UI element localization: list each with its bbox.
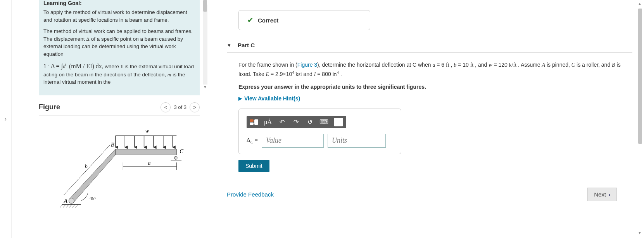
t-pin: is pinned, [545, 62, 571, 68]
mu-angstrom-icon: μÅ [264, 119, 272, 126]
diagram-label-w: w [145, 128, 149, 134]
sep1: , [449, 62, 454, 68]
diagram-label-a: a [148, 160, 150, 166]
scroll-up-icon: ▲ [638, 2, 642, 6]
keyboard-button[interactable]: ⌨ [319, 118, 328, 126]
diagram-label-angle: 45° [90, 195, 97, 201]
scroll-down-icon: ▼ [203, 85, 207, 89]
left-scrollbar[interactable]: ▲ ▼ [203, 0, 207, 89]
next-button[interactable]: Next › [587, 188, 617, 201]
svg-line-19 [69, 204, 72, 207]
pB: B [612, 62, 615, 68]
pA: A [542, 62, 546, 68]
chevron-right-icon: › [608, 191, 610, 198]
learning-goal-eq: 1 · Δ = ∫₀ᴸ (mM / EI) dx, where 1 is the… [43, 62, 195, 86]
t3a: . Assume [516, 62, 542, 68]
diagram-label-b: b [85, 164, 88, 169]
figure-page-indicator: 3 of 3 [174, 104, 186, 110]
prompt-t1: For the frame shown in ( [238, 62, 297, 68]
figure-heading: Figure [39, 103, 60, 111]
figure-next-button[interactable]: > [190, 102, 200, 112]
svg-point-22 [174, 156, 177, 159]
unit-ft-2: ft [470, 62, 474, 68]
reset-button[interactable]: ↺ [306, 118, 314, 126]
frame-diagram: w B C a b A 45° [54, 124, 184, 213]
period: . [339, 71, 342, 77]
next-label: Next [594, 191, 606, 198]
learning-goal-box: Learning Goal: To apply the method of vi… [39, 0, 200, 95]
problem-prompt: For the frame shown in (Figure 3), deter… [238, 60, 628, 79]
val-a: = 6 [435, 62, 446, 68]
correct-feedback-box: ✔ Correct [238, 10, 370, 30]
unit-I: in [333, 71, 337, 77]
figure-prev-button[interactable]: < [161, 102, 171, 112]
chevron-right-icon: > [193, 104, 196, 110]
triangle-right-icon: ▶ [238, 96, 242, 101]
check-icon: ✔ [247, 16, 253, 24]
equation-text: 1 · Δ = ∫₀ᴸ (mM / EI) dx [43, 63, 102, 69]
delta-sub: C [250, 140, 253, 144]
collapse-sidebar-button[interactable]: › [0, 0, 12, 238]
delta-symbol: Δ [247, 137, 250, 143]
part-c-header[interactable]: ▼ Part C [227, 42, 632, 53]
figure-section: Figure < 3 of 3 > [39, 102, 200, 221]
val-b: = 10 [456, 62, 470, 68]
help-icon: ? [337, 119, 340, 126]
provide-feedback-link[interactable]: Provide Feedback [227, 191, 274, 198]
template-tool-button[interactable] [250, 118, 258, 126]
chevron-left-icon: < [164, 104, 167, 110]
value-input[interactable] [262, 134, 324, 148]
scroll-thumb[interactable] [203, 0, 207, 12]
figure-canvas: w B C a b A 45° [39, 116, 200, 221]
goal-delta: Δ [86, 36, 90, 42]
learning-goal-p1: To apply the method of virtual work to d… [43, 9, 195, 24]
figure-3-link[interactable]: Figure 3 [297, 62, 317, 68]
submit-button[interactable]: Submit [238, 160, 269, 172]
footer-row: Provide Feedback Next › [227, 188, 632, 201]
diagram-label-C: C [180, 148, 183, 154]
answer-variable-label: ΔC = [247, 137, 258, 144]
chevron-right-icon: › [5, 116, 7, 122]
svg-line-21 [75, 204, 78, 207]
undo-icon: ↶ [280, 118, 285, 126]
val-w: = 120 [492, 62, 509, 68]
svg-marker-0 [116, 149, 177, 155]
sep2: , and [473, 62, 489, 68]
svg-line-16 [60, 204, 63, 207]
unit-w: k/ft [509, 62, 516, 68]
scroll-down-icon: ▼ [638, 231, 642, 235]
svg-line-18 [66, 204, 69, 207]
svg-marker-1 [69, 149, 115, 202]
right-scrollbar[interactable]: ▲ ▼ [638, 9, 642, 234]
keyboard-icon: ⌨ [319, 118, 328, 126]
right-panel: ✔ Correct ▼ Part C For the frame shown i… [207, 0, 644, 238]
pC: C [571, 62, 575, 68]
undo-button[interactable]: ↶ [278, 118, 286, 126]
units-input[interactable] [328, 134, 386, 148]
unit-ft-1: ft [446, 62, 449, 68]
scroll-thumb[interactable] [638, 9, 642, 144]
help-button[interactable]: ? [334, 118, 343, 126]
t-and: and [302, 71, 314, 77]
answer-box: μÅ ↶ ↷ ↺ ⌨ ? ΔC = [238, 109, 401, 154]
redo-button[interactable]: ↷ [292, 118, 300, 126]
correct-label: Correct [258, 17, 278, 24]
eq-after-1: , where [102, 64, 121, 69]
var-w: w [489, 62, 492, 68]
units-tool-button[interactable]: μÅ [264, 118, 272, 126]
prompt-t2: ), determine the horizontal deflection a… [317, 62, 432, 68]
val-E: = 2.9×10 [269, 71, 292, 77]
unit-E: ksi [294, 71, 302, 77]
redo-icon: ↷ [294, 118, 299, 126]
scroll-track [203, 5, 207, 85]
view-hints-toggle[interactable]: ▶ View Available Hint(s) [238, 95, 628, 102]
diagram-label-B: B [111, 141, 114, 148]
diagram-label-A: A [64, 197, 68, 204]
t-roll: is a roller, and [575, 62, 612, 68]
triangle-down-icon: ▼ [227, 43, 231, 48]
answer-toolbar: μÅ ↶ ↷ ↺ ⌨ ? [247, 116, 346, 128]
part-c-body: For the frame shown in (Figure 3), deter… [227, 60, 632, 172]
eq-m: m [167, 72, 171, 78]
equals: = [253, 137, 258, 143]
eq-one: 1 [121, 64, 123, 69]
